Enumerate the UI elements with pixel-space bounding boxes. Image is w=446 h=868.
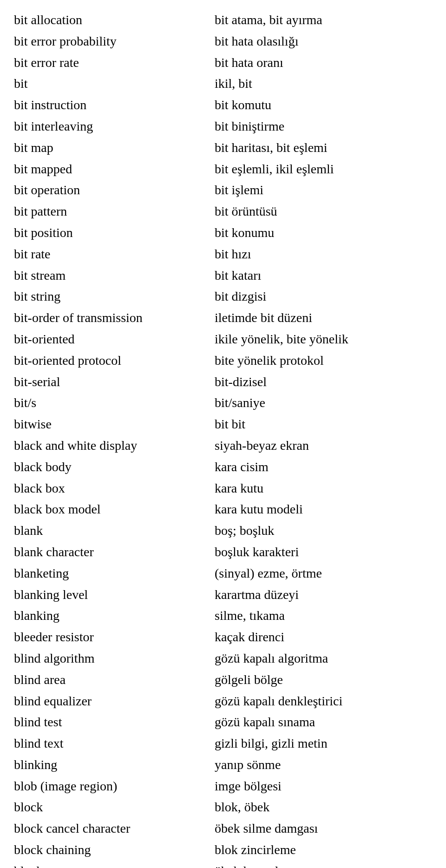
table-row: block chainingblok zincirleme bbox=[14, 839, 432, 861]
term-cell: blind test bbox=[14, 711, 215, 733]
translation-cell: öbek kopyalama bbox=[215, 861, 432, 868]
term-cell: blob (image region) bbox=[14, 776, 215, 797]
term-cell: bit interleaving bbox=[14, 116, 215, 137]
table-row: block copyöbek kopyalama bbox=[14, 861, 432, 868]
translation-cell: bit bit bbox=[215, 414, 432, 435]
translation-cell: boş; boşluk bbox=[215, 520, 432, 541]
translation-cell: kara cisim bbox=[215, 456, 432, 478]
dictionary-table: bit allocationbit atama, bit ayırmabit e… bbox=[14, 9, 432, 868]
term-cell: bit error probability bbox=[14, 31, 215, 52]
translation-cell: gizli bilgi, gizli metin bbox=[215, 733, 432, 754]
table-row: bit error probabilitybit hata olasılığı bbox=[14, 31, 432, 52]
table-row: black box modelkara kutu modeli bbox=[14, 499, 432, 520]
translation-cell: gözü kapalı sınama bbox=[215, 711, 432, 733]
term-cell: bit-serial bbox=[14, 371, 215, 393]
term-cell: bit instruction bbox=[14, 94, 215, 116]
translation-cell: bit/saniye bbox=[215, 392, 432, 414]
translation-cell: bit hata olasılığı bbox=[215, 31, 432, 52]
term-cell: bit-oriented protocol bbox=[14, 350, 215, 371]
translation-cell: bit eşlemli, ikil eşlemli bbox=[215, 158, 432, 180]
term-cell: blank character bbox=[14, 541, 215, 563]
term-cell: bit stream bbox=[14, 265, 215, 286]
term-cell: bit-oriented bbox=[14, 329, 215, 350]
table-row: bit-orientedikile yönelik, bite yönelik bbox=[14, 329, 432, 350]
translation-cell: ikil, bit bbox=[215, 73, 432, 94]
term-cell: black box model bbox=[14, 499, 215, 520]
translation-cell: bit haritası, bit eşlemi bbox=[215, 137, 432, 158]
term-cell: block copy bbox=[14, 861, 215, 868]
term-cell: blank bbox=[14, 520, 215, 541]
translation-cell: bit hızı bbox=[215, 243, 432, 265]
translation-cell: gözü kapalı denkleştirici bbox=[215, 690, 432, 712]
table-row: blankboş; boşluk bbox=[14, 520, 432, 541]
term-cell: black body bbox=[14, 456, 215, 478]
table-row: blind textgizli bilgi, gizli metin bbox=[14, 733, 432, 754]
translation-cell: karartma düzeyi bbox=[215, 584, 432, 605]
table-row: bit/sbit/saniye bbox=[14, 392, 432, 414]
translation-cell: siyah-beyaz ekran bbox=[215, 435, 432, 456]
table-row: bit stringbit dizgisi bbox=[14, 286, 432, 307]
term-cell: bit allocation bbox=[14, 9, 215, 31]
table-row: blind testgözü kapalı sınama bbox=[14, 711, 432, 733]
term-cell: blanketing bbox=[14, 563, 215, 584]
table-row: blanketing(sinyal) ezme, örtme bbox=[14, 563, 432, 584]
translation-cell: bit dizgisi bbox=[215, 286, 432, 307]
translation-cell: ikile yönelik, bite yönelik bbox=[215, 329, 432, 350]
term-cell: block cancel character bbox=[14, 818, 215, 839]
term-cell: black and white display bbox=[14, 435, 215, 456]
table-row: bit positionbit konumu bbox=[14, 222, 432, 243]
table-row: blob (image region)imge bölgesi bbox=[14, 776, 432, 797]
table-row: bit ratebit hızı bbox=[14, 243, 432, 265]
translation-cell: iletimde bit düzeni bbox=[215, 307, 432, 329]
table-row: bit operationbit işlemi bbox=[14, 179, 432, 201]
table-row: blind algorithmgözü kapalı algoritma bbox=[14, 648, 432, 669]
term-cell: blind algorithm bbox=[14, 648, 215, 669]
table-row: bit instructionbit komutu bbox=[14, 94, 432, 116]
term-cell: blind text bbox=[14, 733, 215, 754]
translation-cell: öbek silme damgası bbox=[215, 818, 432, 839]
term-cell: bitwise bbox=[14, 414, 215, 435]
table-row: bit-oriented protocolbite yönelik protok… bbox=[14, 350, 432, 371]
translation-cell: bit işlemi bbox=[215, 179, 432, 201]
term-cell: blind area bbox=[14, 669, 215, 690]
term-cell: bit pattern bbox=[14, 201, 215, 222]
term-cell: bit error rate bbox=[14, 52, 215, 73]
table-row: blinkingyanıp sönme bbox=[14, 754, 432, 776]
translation-cell: kaçak direnci bbox=[215, 626, 432, 648]
term-cell: bit/s bbox=[14, 392, 215, 414]
table-row: bit-serialbit-dizisel bbox=[14, 371, 432, 393]
table-row: blanking levelkarartma düzeyi bbox=[14, 584, 432, 605]
translation-cell: gölgeli bölge bbox=[215, 669, 432, 690]
table-row: blankingsilme, tıkama bbox=[14, 605, 432, 626]
table-row: blockblok, öbek bbox=[14, 796, 432, 818]
table-row: black and white displaysiyah-beyaz ekran bbox=[14, 435, 432, 456]
term-cell: bit bbox=[14, 73, 215, 94]
term-cell: bit string bbox=[14, 286, 215, 307]
translation-cell: bit örüntüsü bbox=[215, 201, 432, 222]
term-cell: bit-order of transmission bbox=[14, 307, 215, 329]
table-row: bit error ratebit hata oranı bbox=[14, 52, 432, 73]
term-cell: bleeder resistor bbox=[14, 626, 215, 648]
term-cell: blinking bbox=[14, 754, 215, 776]
translation-cell: bit-dizisel bbox=[215, 371, 432, 393]
term-cell: block bbox=[14, 796, 215, 818]
translation-cell: blok zincirleme bbox=[215, 839, 432, 861]
translation-cell: blok, öbek bbox=[215, 796, 432, 818]
term-cell: blanking bbox=[14, 605, 215, 626]
translation-cell: kara kutu modeli bbox=[215, 499, 432, 520]
table-row: bleeder resistorkaçak direnci bbox=[14, 626, 432, 648]
table-row: bit mappedbit eşlemli, ikil eşlemli bbox=[14, 158, 432, 180]
term-cell: bit operation bbox=[14, 179, 215, 201]
table-row: bit streambit katarı bbox=[14, 265, 432, 286]
term-cell: black box bbox=[14, 478, 215, 499]
table-row: blank characterboşluk karakteri bbox=[14, 541, 432, 563]
translation-cell: bit katarı bbox=[215, 265, 432, 286]
translation-cell: imge bölgesi bbox=[215, 776, 432, 797]
table-row: blind areagölgeli bölge bbox=[14, 669, 432, 690]
table-row: bit interleavingbit biniştirme bbox=[14, 116, 432, 137]
term-cell: block chaining bbox=[14, 839, 215, 861]
term-cell: bit position bbox=[14, 222, 215, 243]
translation-cell: bit komutu bbox=[215, 94, 432, 116]
translation-cell: kara kutu bbox=[215, 478, 432, 499]
translation-cell: silme, tıkama bbox=[215, 605, 432, 626]
